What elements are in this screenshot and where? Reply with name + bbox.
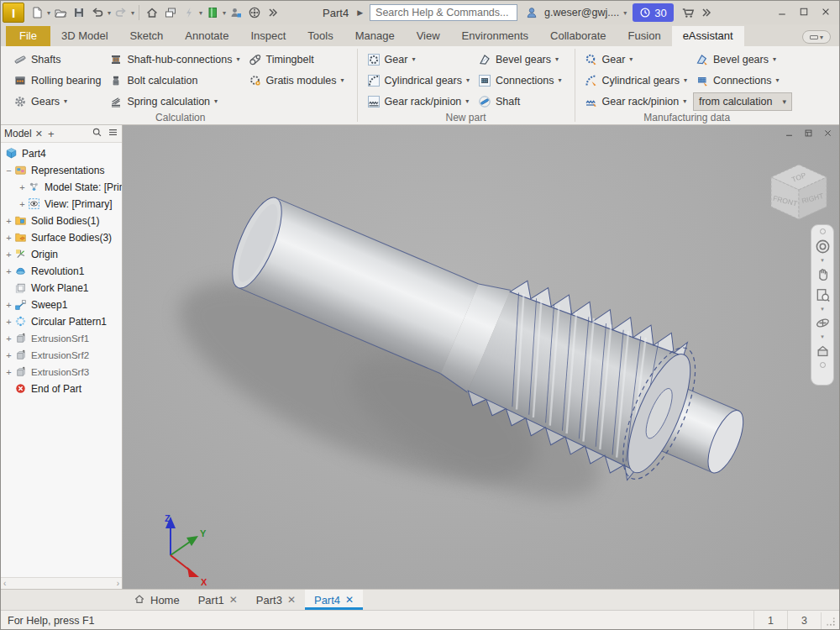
ribbon-button-cylindrical-gears[interactable]: Cylindrical gears▾	[582, 70, 693, 91]
expander-minus-icon[interactable]: −	[3, 165, 14, 176]
close-button[interactable]	[821, 7, 831, 19]
ribbon-button-shafts[interactable]: Shafts	[11, 49, 107, 70]
ribbon-button-rolling-bearing[interactable]: Rolling bearing	[11, 70, 107, 91]
tree-item-extrusionsrf3[interactable]: +ExtrusionSrf3	[1, 364, 122, 381]
more-commands-icon[interactable]	[264, 3, 282, 22]
wheel-icon[interactable]	[245, 3, 264, 22]
ribbon-tab-manage[interactable]: Manage	[344, 26, 406, 46]
expander-plus-icon[interactable]: +	[3, 266, 14, 276]
tab-close-icon[interactable]: ✕	[345, 594, 354, 606]
expander-plus-icon[interactable]: +	[3, 367, 14, 377]
navbar-top-dot-icon[interactable]	[820, 228, 826, 234]
expander-plus-icon[interactable]: +	[3, 300, 14, 310]
titlebar-overflow-icon[interactable]	[697, 3, 716, 22]
minimize-button[interactable]	[777, 7, 787, 19]
ribbon-button-spring-calculation[interactable]: Spring calculation▾	[107, 91, 245, 112]
document-tab-part4[interactable]: Part4✕	[305, 590, 363, 610]
resize-grip-icon[interactable]	[821, 612, 839, 630]
tree-item-extrusionsrf1[interactable]: +ExtrusionSrf1	[1, 330, 122, 347]
tree-item-extrusionsrf2[interactable]: +ExtrusionSrf2	[1, 347, 122, 364]
ribbon-button-timingbelt[interactable]: Timingbelt	[246, 49, 350, 70]
expander-plus-icon[interactable]: +	[3, 333, 14, 344]
ribbon-tab-tools[interactable]: Tools	[297, 26, 344, 46]
inventor-logo-icon[interactable]: I	[3, 3, 24, 23]
tree-item-surface-bodies-3[interactable]: +Surface Bodies(3)	[1, 229, 122, 246]
document-tab-part1[interactable]: Part1✕	[189, 590, 247, 610]
account-person-icon[interactable]	[522, 3, 541, 22]
ribbon-button-bevel-gears[interactable]: Bevel gears▾	[693, 49, 792, 70]
document-close-icon[interactable]	[823, 128, 832, 140]
home-icon[interactable]	[143, 3, 161, 22]
browser-tab-model[interactable]: Model	[4, 128, 32, 139]
browser-add-tab-icon[interactable]: +	[48, 128, 55, 140]
tree-item-representations[interactable]: −Representations	[1, 162, 122, 179]
zoom-caret-icon[interactable]: ▾	[821, 307, 824, 311]
expander-plus-icon[interactable]: +	[3, 249, 14, 260]
new-file-icon[interactable]	[28, 3, 46, 22]
document-minimize-icon[interactable]	[785, 128, 794, 140]
ribbon-tab-inspect[interactable]: Inspect	[239, 26, 297, 46]
new-file-caret-icon[interactable]: ▾	[47, 9, 50, 17]
switch-windows-icon[interactable]	[161, 3, 180, 22]
ribbon-tab-environments[interactable]: Environments	[451, 26, 539, 46]
document-restore-icon[interactable]	[804, 128, 813, 140]
tree-item-solid-bodies-1[interactable]: +Solid Bodies(1)	[1, 213, 122, 229]
tree-item-sweep1[interactable]: +Sweep1	[1, 297, 122, 313]
update-caret-icon[interactable]: ▾	[199, 9, 202, 17]
ribbon-button-connections[interactable]: Connections▾	[475, 70, 568, 91]
tree-item-circular-pattern1[interactable]: +Circular Pattern1	[1, 313, 122, 330]
ribbon-button-shaft[interactable]: Shaft	[475, 91, 568, 112]
orbit-icon[interactable]	[813, 313, 832, 332]
ribbon-button-gear-rack-pinion[interactable]: Gear rack/pinion▾	[365, 91, 475, 112]
expander-plus-icon[interactable]: +	[17, 199, 28, 209]
ribbon-display-toggle[interactable]: ▾	[802, 30, 831, 44]
ribbon-tab-3d-model[interactable]: 3D Model	[50, 26, 119, 46]
ribbon-button-bevel-gears[interactable]: Bevel gears▾	[475, 49, 568, 70]
ribbon-tab-collaborate[interactable]: Collaborate	[539, 26, 617, 46]
pan-hand-icon[interactable]	[813, 265, 832, 283]
browser-horizontal-scrollbar[interactable]: ‹ ›	[1, 577, 122, 589]
search-input[interactable]	[370, 4, 517, 21]
tree-item-end-of-part[interactable]: End of Part	[1, 381, 122, 397]
orbit-caret-icon[interactable]: ▾	[821, 334, 824, 339]
navigation-wheel-icon[interactable]	[813, 237, 832, 255]
update-lightning-icon[interactable]	[180, 3, 198, 22]
ribbon-tab-view[interactable]: View	[406, 26, 451, 46]
user-properties-icon[interactable]	[227, 3, 245, 22]
zoom-icon[interactable]	[813, 286, 832, 304]
expander-plus-icon[interactable]: +	[3, 216, 14, 226]
material-icon[interactable]	[203, 3, 222, 22]
tab-close-icon[interactable]: ✕	[287, 594, 296, 606]
browser-tab-close-icon[interactable]: ✕	[35, 129, 43, 139]
ribbon-button-gear[interactable]: Gear▾	[365, 49, 475, 70]
undo-icon[interactable]	[88, 3, 107, 22]
navwheel-caret-icon[interactable]: ▾	[821, 258, 824, 262]
tree-item-origin[interactable]: +Origin	[1, 246, 122, 263]
title-expand-icon[interactable]: ▶	[357, 8, 363, 17]
redo-icon[interactable]	[112, 3, 130, 22]
material-caret-icon[interactable]: ▾	[223, 9, 226, 17]
tree-item-view-primary[interactable]: +View: [Primary]	[1, 196, 122, 213]
cart-icon[interactable]	[679, 3, 697, 22]
open-file-icon[interactable]	[51, 3, 70, 22]
browser-menu-icon[interactable]	[108, 127, 118, 140]
ribbon-tab-fusion[interactable]: Fusion	[617, 26, 672, 46]
account-caret-icon[interactable]: ▾	[623, 9, 627, 17]
ribbon-tab-annotate[interactable]: Annotate	[174, 26, 239, 46]
ribbon-button-gear-rack-pinion[interactable]: Gear rack/pinion▾	[582, 91, 693, 112]
scroll-left-icon[interactable]: ‹	[3, 579, 6, 588]
tree-item-part4[interactable]: Part4	[1, 145, 122, 162]
viewport-canvas[interactable]: TOP FRONT RIGHT Z Y X	[123, 125, 839, 589]
expander-plus-icon[interactable]: +	[3, 350, 14, 360]
document-tab-home[interactable]: Home	[124, 590, 189, 610]
look-at-icon[interactable]	[813, 341, 832, 360]
ribbon-button-connections[interactable]: Connections▾	[693, 70, 792, 91]
scroll-right-icon[interactable]: ›	[117, 579, 119, 588]
tree-item-revolution1[interactable]: +Revolution1	[1, 263, 122, 280]
trial-clock-badge[interactable]: 30	[633, 3, 673, 22]
expander-plus-icon[interactable]: +	[17, 182, 28, 192]
maximize-button[interactable]	[799, 7, 809, 19]
ribbon-button-gear[interactable]: Gear▾	[582, 49, 693, 70]
view-cube[interactable]: TOP FRONT RIGHT	[771, 165, 827, 219]
account-name[interactable]: g.weser@gwj....	[544, 7, 619, 18]
